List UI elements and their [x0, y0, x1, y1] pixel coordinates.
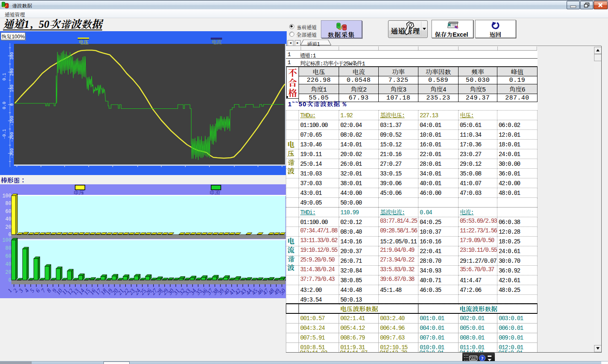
svg-text:100: 100 — [2, 193, 11, 199]
svg-text:-300: -300 — [10, 148, 14, 158]
svg-text:-100: -100 — [10, 116, 14, 126]
svg-text:80: 80 — [5, 245, 11, 251]
svg-text:60: 60 — [5, 253, 11, 259]
svg-text:60: 60 — [5, 209, 11, 215]
svg-text:-0.1: -0.1 — [2, 129, 7, 139]
svg-text:0.0: 0.0 — [2, 102, 7, 109]
svg-text:电压: 电压 — [79, 38, 89, 45]
svg-text:80: 80 — [5, 201, 11, 207]
svg-text:300: 300 — [10, 52, 14, 59]
svg-text:20: 20 — [5, 270, 11, 275]
svg-text:0.1: 0.1 — [2, 73, 7, 81]
svg-text:0: 0 — [8, 232, 11, 238]
svg-text:20: 20 — [5, 224, 11, 230]
svg-text:40: 40 — [5, 216, 11, 222]
svg-text:电流: 电流 — [212, 38, 222, 45]
svg-text:?: ? — [481, 356, 483, 361]
svg-text:0: 0 — [8, 278, 11, 283]
svg-text:100: 100 — [2, 237, 11, 243]
svg-text:0: 0 — [10, 103, 14, 106]
svg-text:40: 40 — [5, 262, 11, 267]
svg-text:-200: -200 — [10, 132, 14, 142]
svg-text:200: 200 — [10, 68, 14, 76]
svg-text:100: 100 — [10, 84, 14, 92]
